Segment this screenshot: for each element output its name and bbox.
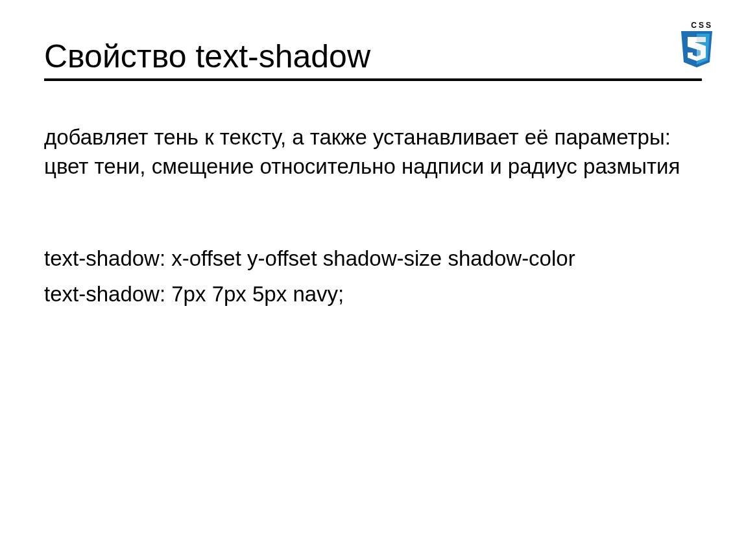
description-text: добавляет тень к тексту, а также устанав…	[44, 123, 702, 181]
css3-logo-text: CSS	[680, 21, 714, 30]
slide-body: добавляет тень к тексту, а также устанав…	[44, 123, 702, 315]
slide: CSS Свойство text-shadow добавляет тень …	[0, 0, 746, 560]
syntax-line: text-shadow: x-offset y-offset shadow-si…	[44, 244, 702, 274]
slide-title: Свойство text-shadow	[44, 39, 702, 75]
slide-header: Свойство text-shadow	[44, 39, 702, 81]
example-line: text-shadow: 7px 7px 5px navy;	[44, 280, 702, 309]
spacer	[44, 187, 702, 244]
